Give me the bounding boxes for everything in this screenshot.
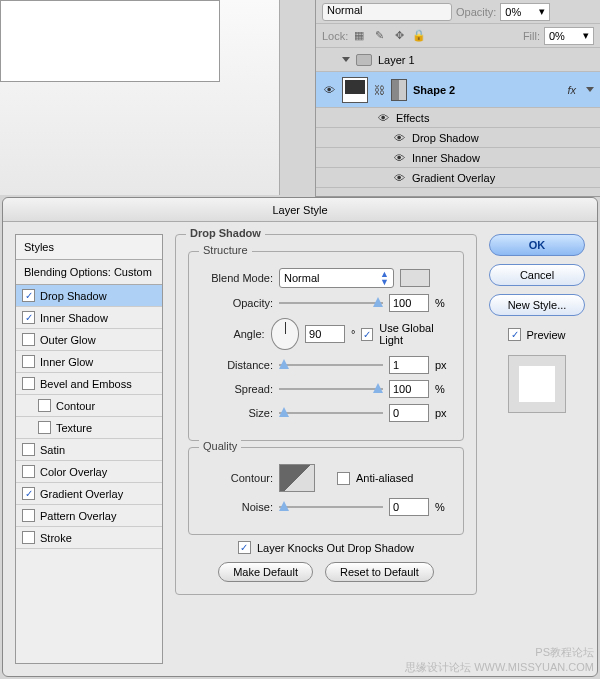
checkbox[interactable] [22, 377, 35, 390]
contour-label: Contour: [201, 472, 273, 484]
style-inner-glow[interactable]: Inner Glow [16, 351, 162, 373]
checkbox[interactable] [22, 531, 35, 544]
dialog-title: Layer Style [3, 198, 597, 222]
spread-label: Spread: [201, 383, 273, 395]
style-contour[interactable]: Contour [16, 395, 162, 417]
opacity-label: Opacity: [456, 6, 496, 18]
style-stroke[interactable]: Stroke [16, 527, 162, 549]
effect-gradient-overlay[interactable]: 👁 Gradient Overlay [316, 168, 600, 188]
link-icon: ⛓ [374, 84, 385, 96]
layer-style-dialog: Layer Style Styles Blending Options: Cus… [2, 197, 598, 677]
distance-slider[interactable] [279, 359, 383, 371]
preview-label: Preview [526, 329, 565, 341]
canvas-area [0, 0, 280, 195]
checkbox[interactable]: ✓ [22, 311, 35, 324]
dialog-buttons: OK Cancel New Style... ✓ Preview [489, 234, 585, 664]
size-field[interactable] [389, 404, 429, 422]
layer-fill-field[interactable]: 0%▾ [544, 27, 594, 45]
effect-inner-shadow[interactable]: 👁 Inner Shadow [316, 148, 600, 168]
style-drop-shadow[interactable]: ✓Drop Shadow [16, 285, 162, 307]
checkbox[interactable] [22, 509, 35, 522]
style-texture[interactable]: Texture [16, 417, 162, 439]
noise-label: Noise: [201, 501, 273, 513]
effects-row[interactable]: 👁 Effects [316, 108, 600, 128]
preview-swatch [508, 355, 566, 413]
blending-options-header[interactable]: Blending Options: Custom [16, 260, 162, 285]
distance-field[interactable] [389, 356, 429, 374]
layer-group-row[interactable]: Layer 1 [316, 48, 600, 72]
ok-button[interactable]: OK [489, 234, 585, 256]
visibility-icon[interactable]: 👁 [392, 131, 406, 145]
distance-label: Distance: [201, 359, 273, 371]
mask-thumbnail [391, 79, 407, 101]
visibility-icon[interactable]: 👁 [322, 83, 336, 97]
style-color-overlay[interactable]: Color Overlay [16, 461, 162, 483]
visibility-icon[interactable]: 👁 [392, 151, 406, 165]
structure-title: Structure [199, 244, 252, 256]
layers-panel: Normal Opacity: 0%▾ Lock: ▦ ✎ ✥ 🔒 Fill: … [315, 0, 600, 197]
checkbox[interactable] [38, 399, 51, 412]
angle-label: Angle: [201, 328, 265, 340]
new-style-button[interactable]: New Style... [489, 294, 585, 316]
opacity-field[interactable] [389, 294, 429, 312]
checkbox[interactable]: ✓ [22, 289, 35, 302]
canvas [0, 0, 220, 82]
visibility-icon[interactable]: 👁 [392, 171, 406, 185]
noise-field[interactable] [389, 498, 429, 516]
style-gradient-overlay[interactable]: ✓Gradient Overlay [16, 483, 162, 505]
panel-title: Drop Shadow [186, 227, 265, 239]
lock-all-icon[interactable]: 🔒 [412, 29, 426, 43]
angle-field[interactable] [305, 325, 345, 343]
style-bevel-emboss[interactable]: Bevel and Emboss [16, 373, 162, 395]
style-inner-shadow[interactable]: ✓Inner Shadow [16, 307, 162, 329]
visibility-icon[interactable]: 👁 [376, 111, 390, 125]
blend-mode-select[interactable]: Normal▲▼ [279, 268, 394, 288]
checkbox[interactable] [38, 421, 51, 434]
styles-header[interactable]: Styles [16, 235, 162, 260]
size-slider[interactable] [279, 407, 383, 419]
lock-paint-icon[interactable]: ✎ [372, 29, 386, 43]
spread-slider[interactable] [279, 383, 383, 395]
style-outer-glow[interactable]: Outer Glow [16, 329, 162, 351]
blend-mode-label: Blend Mode: [201, 272, 273, 284]
layer-shape-row[interactable]: 👁 ⛓ Shape 2 fx [316, 72, 600, 108]
checkbox[interactable] [22, 443, 35, 456]
spread-field[interactable] [389, 380, 429, 398]
preview-checkbox[interactable]: ✓ [508, 328, 521, 341]
opacity-label: Opacity: [201, 297, 273, 309]
noise-slider[interactable] [279, 501, 383, 513]
style-satin[interactable]: Satin [16, 439, 162, 461]
knockout-checkbox[interactable]: ✓ [238, 541, 251, 554]
fx-badge[interactable]: fx [567, 84, 576, 96]
lock-transparency-icon[interactable]: ▦ [352, 29, 366, 43]
angle-dial[interactable] [271, 318, 299, 350]
style-pattern-overlay[interactable]: Pattern Overlay [16, 505, 162, 527]
antialiased-checkbox[interactable] [337, 472, 350, 485]
contour-picker[interactable] [279, 464, 315, 492]
layer-name: Layer 1 [378, 54, 415, 66]
color-swatch[interactable] [400, 269, 430, 287]
lock-label: Lock: [322, 30, 348, 42]
checkbox[interactable]: ✓ [22, 487, 35, 500]
layer-opacity-field[interactable]: 0%▾ [500, 3, 550, 21]
opacity-slider[interactable] [279, 297, 383, 309]
folder-icon [356, 54, 372, 66]
layer-blend-mode-select[interactable]: Normal [322, 3, 452, 21]
cancel-button[interactable]: Cancel [489, 264, 585, 286]
reset-default-button[interactable]: Reset to Default [325, 562, 434, 582]
layer-thumbnail [342, 77, 368, 103]
quality-title: Quality [199, 440, 241, 452]
fx-expand-icon[interactable] [586, 87, 594, 92]
layer-name: Shape 2 [413, 84, 455, 96]
expand-icon[interactable] [342, 57, 350, 62]
global-light-checkbox[interactable]: ✓ [361, 328, 373, 341]
size-label: Size: [201, 407, 273, 419]
lock-position-icon[interactable]: ✥ [392, 29, 406, 43]
checkbox[interactable] [22, 333, 35, 346]
styles-list: Styles Blending Options: Custom ✓Drop Sh… [15, 234, 163, 664]
checkbox[interactable] [22, 465, 35, 478]
checkbox[interactable] [22, 355, 35, 368]
make-default-button[interactable]: Make Default [218, 562, 313, 582]
effect-drop-shadow[interactable]: 👁 Drop Shadow [316, 128, 600, 148]
antialiased-label: Anti-aliased [356, 472, 413, 484]
